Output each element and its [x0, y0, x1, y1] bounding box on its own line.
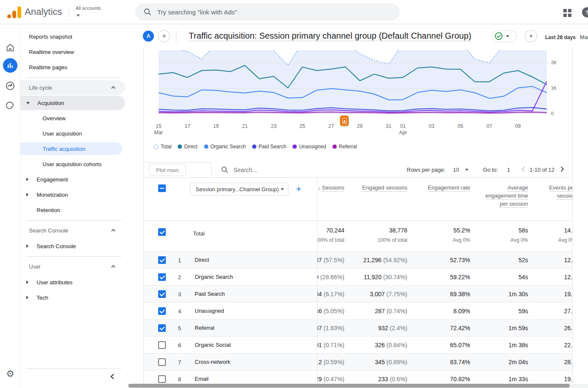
- chevron-down-icon: [506, 35, 509, 37]
- channel-name: Unassigned: [195, 308, 224, 314]
- dimension-selector[interactable]: Session primary...Channel Group): [190, 183, 289, 195]
- analytics-logo-icon[interactable]: [7, 6, 21, 19]
- report-status-dropdown[interactable]: [491, 30, 517, 42]
- sidebar-item-realtime-pages[interactable]: Realtime pages: [20, 59, 132, 75]
- rows-per-page-select[interactable]: 10: [453, 167, 459, 173]
- triangle-right-icon: [26, 178, 28, 181]
- horizontal-scrollbar: [128, 384, 588, 388]
- metric-value: 326 (0.84%): [375, 342, 407, 348]
- admin-gear-icon[interactable]: ⚙: [3, 367, 17, 381]
- column-header-engaged-sessions[interactable]: Engaged sessions: [351, 178, 414, 221]
- metric-cell: 4,334 (6.17%): [318, 286, 351, 302]
- x-tick-label: 25: [293, 123, 312, 130]
- x-tick-label: 09: [508, 123, 527, 130]
- page-title: Traffic acquisition: Session primary cha…: [189, 31, 472, 41]
- metric-value: 1m 59s: [508, 325, 528, 331]
- sidebar-item-retention[interactable]: Retention: [20, 202, 132, 218]
- sidebar-section-life-cycle[interactable]: Life cycle: [20, 80, 125, 95]
- comparison-chip[interactable]: A: [143, 31, 154, 42]
- row-checkbox[interactable]: [158, 307, 166, 315]
- legend-label: Paid Search: [258, 144, 286, 150]
- add-comparison-button[interactable]: +: [158, 30, 170, 42]
- global-search-input[interactable]: [157, 8, 378, 16]
- sidebar-item-traffic-acquisition[interactable]: Traffic acquisition: [20, 142, 122, 155]
- add-dimension-button[interactable]: +: [296, 183, 301, 195]
- row-index: 2: [171, 274, 181, 280]
- sidebar-item-engagement[interactable]: Engagement: [20, 172, 132, 187]
- sidebar-section-search-console[interactable]: Search Console: [20, 223, 125, 238]
- previous-page-icon[interactable]: [521, 166, 525, 174]
- help-icon[interactable]: ?: [582, 7, 588, 17]
- metric-value: 8.09%: [453, 308, 470, 314]
- row-checkbox[interactable]: [158, 341, 166, 349]
- metric-value: 58s: [518, 227, 528, 234]
- table-search-input[interactable]: [233, 167, 340, 173]
- x-tick-label: 17: [178, 123, 197, 130]
- sidebar-item-monetization[interactable]: Monetization: [20, 187, 132, 202]
- next-page-icon[interactable]: [560, 166, 565, 174]
- row-checkbox[interactable]: [158, 358, 166, 366]
- metric-cell: 412 (0.59%): [318, 354, 351, 370]
- explore-icon[interactable]: [3, 79, 17, 93]
- metric-cell: 59s: [477, 303, 535, 319]
- x-tick-label: 07: [480, 123, 499, 130]
- select-all-checkbox[interactable]: [158, 184, 166, 192]
- row-checkbox[interactable]: [158, 290, 166, 298]
- home-icon[interactable]: [3, 40, 17, 55]
- date-range-picker[interactable]: Last 28 daysMar 15 - Apr 11, 2023: [545, 33, 588, 41]
- sidebar-item-reports-snapshot[interactable]: Reports snapshot: [20, 29, 132, 44]
- row-checkbox[interactable]: [158, 273, 166, 281]
- plot-rows-button[interactable]: Plot rows: [149, 164, 186, 176]
- advertising-icon[interactable]: [3, 99, 17, 113]
- table-toolbar: Plot rows Rows per page: 10 Go to: 1-10 …: [144, 162, 572, 178]
- y-axis-label-2k: 2K: [551, 60, 557, 65]
- sidebar-item-user-attributes[interactable]: User attributes: [20, 275, 132, 290]
- row-checkbox[interactable]: [158, 324, 166, 332]
- metric-percent: (0.59%): [324, 359, 344, 365]
- report-card: 2K 1K 0 15Mar171921232527293101Apr030507…: [143, 48, 573, 388]
- triangle-right-icon: [26, 244, 28, 248]
- metric-value: 40,387 (57.5%): [317, 257, 344, 263]
- sidebar-item-realtime-overview[interactable]: Realtime overview: [20, 44, 132, 59]
- sidebar-item-overview[interactable]: Overview: [20, 110, 132, 126]
- column-header-events-per-session[interactable]: Events per session: [535, 178, 572, 221]
- metric-value: 4,334 (6.17%): [317, 291, 344, 297]
- column-header-engagement-rate[interactable]: Engagement rate: [414, 178, 477, 221]
- legend-marker-icon: [293, 144, 297, 149]
- table-search[interactable]: [221, 166, 340, 173]
- global-search[interactable]: [135, 3, 400, 20]
- sidebar-item-acquisition[interactable]: Acquisition: [20, 96, 125, 110]
- divider: [26, 368, 122, 369]
- metric-percent: (0.47%): [324, 376, 344, 382]
- column-header-avg-engagement-time[interactable]: Average engagement time per session: [477, 178, 535, 221]
- horizontal-scrollbar-thumb[interactable]: [128, 384, 570, 388]
- row-index: 6: [171, 342, 181, 348]
- metric-cell: 69.38%: [414, 286, 477, 302]
- sidebar-item-user-acquisition-cohorts[interactable]: User acquisition cohorts: [20, 156, 132, 172]
- triangle-right-icon: [26, 193, 28, 196]
- x-tick-label: 03: [422, 123, 441, 130]
- chevron-down-icon[interactable]: [465, 169, 469, 171]
- account-switcher-label: All accounts: [76, 6, 101, 11]
- metric-cell: 8.09%: [414, 303, 477, 319]
- account-switcher[interactable]: All accounts: [76, 6, 101, 18]
- metric-cell: 1,287 (1.83%): [318, 320, 351, 336]
- metric-cell: 27.9: [535, 303, 572, 319]
- product-name: Analytics: [25, 6, 62, 17]
- collapse-sidebar-button[interactable]: [110, 374, 115, 381]
- legend-marker-icon: [154, 144, 159, 149]
- row-checkbox[interactable]: [158, 375, 166, 383]
- sidebar-item-user-acquisition[interactable]: User acquisition: [20, 126, 132, 141]
- metric-percent: (0.89%): [386, 359, 407, 365]
- column-header-sessions[interactable]: ↓Sessions: [318, 178, 351, 221]
- sidebar-section-user[interactable]: User: [20, 259, 125, 274]
- metric-cell: 345 (0.89%): [351, 354, 414, 370]
- row-checkbox[interactable]: [158, 228, 166, 236]
- apps-grid-icon[interactable]: [563, 9, 571, 17]
- goto-page-input[interactable]: [502, 167, 515, 173]
- add-report-button[interactable]: +: [525, 30, 537, 42]
- sidebar-item-search-console[interactable]: Search Console: [20, 238, 132, 254]
- reports-icon[interactable]: [3, 58, 17, 73]
- row-checkbox[interactable]: [158, 256, 166, 264]
- sidebar-item-tech[interactable]: Tech: [20, 290, 132, 305]
